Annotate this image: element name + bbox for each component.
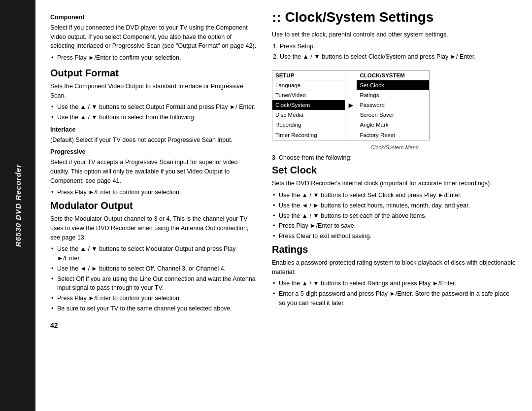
sidebar-label: R6530 DVD Recorder — [14, 164, 22, 247]
progressive-heading: Progressive — [50, 147, 257, 157]
output-bullet-2: Use the ▲ / ▼ buttons to select from the… — [50, 113, 257, 122]
progressive-bullet: Press Play ►/Enter to confirm your selec… — [50, 188, 257, 197]
menu-right-item-4: Angle Mark — [357, 120, 429, 130]
menu-arrow: ► — [345, 71, 357, 140]
ratings-bullet-1: Enter a 5-digit password and press Play … — [272, 289, 517, 308]
menu-left-item-0: Language — [272, 80, 345, 90]
menu-right-item-3: Screen Saver — [357, 110, 429, 120]
set-clock-bullet-3: Press Play ►/Enter to save. — [272, 221, 517, 231]
set-clock-bullet-0: Use the ▲ / ▼ buttons to select Set Cloc… — [272, 191, 517, 200]
ratings-section: Ratings Enables a password-protected rat… — [272, 244, 517, 308]
menu-left-item-5: Timer Recording — [272, 130, 345, 140]
menu-left-item-1: Tuner/Video — [272, 90, 345, 100]
modulator-bullets: Use the ▲ / ▼ buttons to select Modulato… — [50, 244, 257, 313]
output-format-section: Output Format Sets the Component Video O… — [50, 68, 257, 197]
right-column: Clock/System Settings Use to set the clo… — [272, 10, 517, 401]
component-heading: Component — [50, 13, 257, 22]
output-bullet-1: Use the ▲ / ▼ buttons to select Output F… — [50, 103, 257, 112]
menu-right-items: Set ClockRatingsPasswordScreen SaverAngl… — [357, 80, 429, 140]
menu-right-item-0: Set Clock — [357, 80, 429, 90]
component-bullet: Press Play ►/Enter to confirm your selec… — [50, 53, 257, 63]
menu-right-item-2: Password — [357, 100, 429, 110]
interlace-heading: Interlace — [50, 125, 257, 135]
set-clock-title: Set Clock — [272, 165, 517, 176]
steps-list: Press Setup.Use the ▲ / ▼ buttons to sel… — [272, 42, 517, 62]
main-content: Component Select if you connected the DV… — [35, 0, 532, 411]
ratings-title: Ratings — [272, 244, 517, 255]
step3-text: 3 Choose from the following: — [272, 153, 517, 163]
output-format-body: Sets the Component Video Output to stand… — [50, 82, 257, 101]
set-clock-bullets: Use the ▲ / ▼ buttons to select Set Cloc… — [272, 191, 517, 241]
menu-left-header: SETUP — [272, 71, 345, 80]
modulator-bullet-4: Be sure to set your TV to the same chann… — [50, 304, 257, 313]
menu-right-header: CLOCK/SYSTEM — [357, 71, 429, 80]
page-intro: Use to set the clock, parental controls … — [272, 30, 517, 39]
left-column: Component Select if you connected the DV… — [50, 10, 257, 401]
interlace-body: (Default) Select if your TV does not acc… — [50, 136, 257, 145]
menu-caption: Clock/System Menu — [272, 144, 517, 150]
set-clock-bullet-4: Press Clear to exit without saving. — [272, 232, 517, 241]
menu-diagram: SETUP LanguageTuner/VideoClock/SystemDis… — [272, 66, 517, 142]
modulator-title: Modulator Output — [50, 200, 257, 211]
menu-left-item-4: Recording — [272, 120, 345, 130]
menu-right-item-5: Factory Reset — [357, 130, 429, 140]
component-section: Component Select if you connected the DV… — [50, 13, 257, 63]
ratings-bullet-0: Use the ▲ / ▼ buttons to select Ratings … — [272, 279, 517, 288]
set-clock-section: Set Clock Sets the DVD Recorder's intern… — [272, 165, 517, 241]
page-number: 42 — [50, 316, 257, 329]
modulator-section: Modulator Output Sets the Modulator Outp… — [50, 200, 257, 313]
modulator-bullet-0: Use the ▲ / ▼ buttons to select Modulato… — [50, 244, 257, 263]
component-body: Select if you connected the DVD player t… — [50, 23, 257, 51]
set-clock-bullet-2: Use the ▲ / ▼ buttons to set each of the… — [272, 211, 517, 221]
modulator-bullet-1: Use the ◄ / ► buttons to select Off, Cha… — [50, 264, 257, 274]
set-clock-body: Sets the DVD Recorder's internal clock (… — [272, 179, 517, 188]
ratings-body: Enables a password-protected rating syst… — [272, 258, 517, 277]
modulator-bullet-3: Press Play ►/Enter to confirm your selec… — [50, 294, 257, 303]
progressive-body: Select if your TV accepts a Progressive … — [50, 158, 257, 185]
menu-left-item-2: Clock/System — [272, 100, 345, 110]
page-title: Clock/System Settings — [272, 10, 517, 25]
step-2: Use the ▲ / ▼ buttons to select Clock/Sy… — [280, 52, 517, 62]
output-format-title: Output Format — [50, 68, 257, 79]
menu-right-item-1: Ratings — [357, 90, 429, 100]
ratings-bullets: Use the ▲ / ▼ buttons to select Ratings … — [272, 279, 517, 308]
menu-right-col: CLOCK/SYSTEM Set ClockRatingsPasswordScr… — [357, 71, 429, 140]
menu-left-items: LanguageTuner/VideoClock/SystemDisc Medi… — [272, 80, 345, 140]
menu-left-col: SETUP LanguageTuner/VideoClock/SystemDis… — [272, 71, 345, 140]
step-1: Press Setup. — [280, 42, 517, 51]
modulator-bullet-2: Select Off if you are using the Line Out… — [50, 274, 257, 293]
menu-left-item-3: Disc Media — [272, 110, 345, 120]
sidebar: R6530 DVD Recorder — [0, 0, 35, 411]
modulator-body: Sets the Modulator Output channel to 3 o… — [50, 214, 257, 242]
menu-table: SETUP LanguageTuner/VideoClock/SystemDis… — [272, 70, 430, 140]
set-clock-bullet-1: Use the ◄ / ► buttons to select hours, m… — [272, 201, 517, 210]
